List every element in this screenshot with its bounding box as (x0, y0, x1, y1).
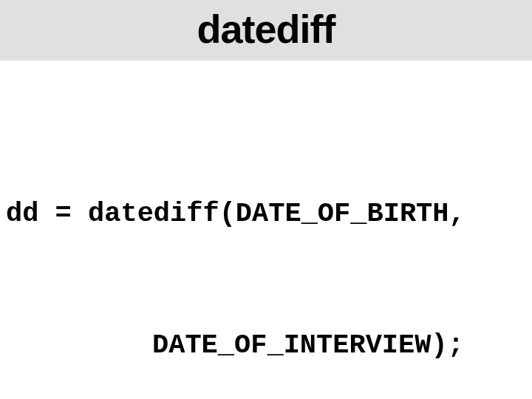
code-line-1: dd = datediff(DATE_OF_BIRTH, (6, 192, 532, 236)
code-example: dd = datediff(DATE_OF_BIRTH, DATE_OF_INT… (0, 105, 532, 399)
slide-header: datediff (0, 0, 532, 61)
code-line-2: DATE_OF_INTERVIEW); (6, 324, 532, 367)
page-title: datediff (0, 6, 532, 52)
